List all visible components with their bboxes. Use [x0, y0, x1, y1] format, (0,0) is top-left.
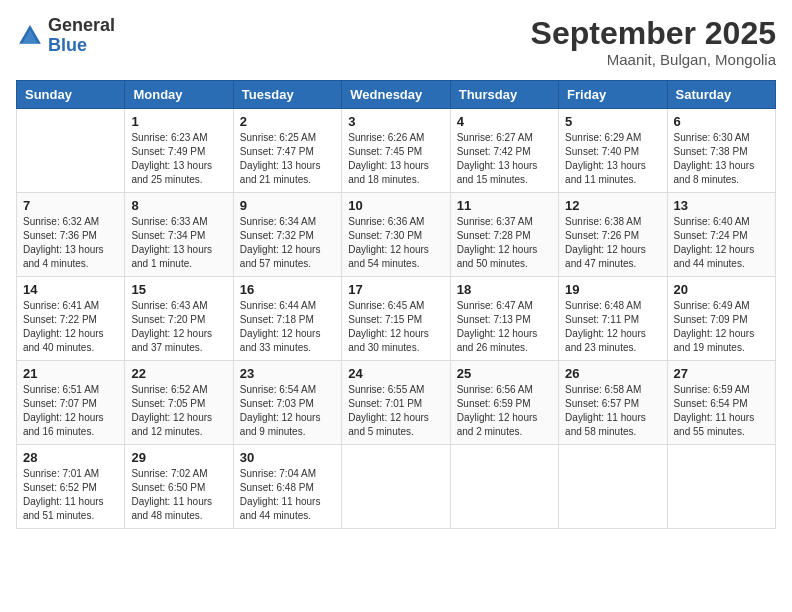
- calendar-cell: 26Sunrise: 6:58 AM Sunset: 6:57 PM Dayli…: [559, 361, 667, 445]
- day-info: Sunrise: 6:44 AM Sunset: 7:18 PM Dayligh…: [240, 299, 335, 355]
- calendar-cell: [667, 445, 775, 529]
- day-number: 29: [131, 450, 226, 465]
- calendar-cell: [342, 445, 450, 529]
- location-subtitle: Maanit, Bulgan, Mongolia: [531, 51, 776, 68]
- day-number: 17: [348, 282, 443, 297]
- weekday-header-sunday: Sunday: [17, 81, 125, 109]
- day-number: 20: [674, 282, 769, 297]
- calendar-cell: 7Sunrise: 6:32 AM Sunset: 7:36 PM Daylig…: [17, 193, 125, 277]
- day-number: 2: [240, 114, 335, 129]
- weekday-header-monday: Monday: [125, 81, 233, 109]
- day-number: 11: [457, 198, 552, 213]
- logo-general-text: General: [48, 15, 115, 35]
- calendar-cell: 20Sunrise: 6:49 AM Sunset: 7:09 PM Dayli…: [667, 277, 775, 361]
- day-info: Sunrise: 6:34 AM Sunset: 7:32 PM Dayligh…: [240, 215, 335, 271]
- day-info: Sunrise: 6:58 AM Sunset: 6:57 PM Dayligh…: [565, 383, 660, 439]
- day-number: 13: [674, 198, 769, 213]
- day-number: 22: [131, 366, 226, 381]
- day-info: Sunrise: 6:59 AM Sunset: 6:54 PM Dayligh…: [674, 383, 769, 439]
- day-number: 1: [131, 114, 226, 129]
- day-info: Sunrise: 6:55 AM Sunset: 7:01 PM Dayligh…: [348, 383, 443, 439]
- day-info: Sunrise: 6:43 AM Sunset: 7:20 PM Dayligh…: [131, 299, 226, 355]
- weekday-header-saturday: Saturday: [667, 81, 775, 109]
- logo-icon: [16, 22, 44, 50]
- calendar-cell: 2Sunrise: 6:25 AM Sunset: 7:47 PM Daylig…: [233, 109, 341, 193]
- day-number: 4: [457, 114, 552, 129]
- logo-blue-text: Blue: [48, 35, 87, 55]
- day-number: 21: [23, 366, 118, 381]
- day-number: 8: [131, 198, 226, 213]
- weekday-header-wednesday: Wednesday: [342, 81, 450, 109]
- page-header: General Blue September 2025 Maanit, Bulg…: [16, 16, 776, 68]
- day-number: 9: [240, 198, 335, 213]
- day-number: 30: [240, 450, 335, 465]
- day-info: Sunrise: 6:25 AM Sunset: 7:47 PM Dayligh…: [240, 131, 335, 187]
- day-info: Sunrise: 6:47 AM Sunset: 7:13 PM Dayligh…: [457, 299, 552, 355]
- day-number: 18: [457, 282, 552, 297]
- calendar-cell: 28Sunrise: 7:01 AM Sunset: 6:52 PM Dayli…: [17, 445, 125, 529]
- day-info: Sunrise: 6:30 AM Sunset: 7:38 PM Dayligh…: [674, 131, 769, 187]
- day-info: Sunrise: 7:04 AM Sunset: 6:48 PM Dayligh…: [240, 467, 335, 523]
- calendar-cell: 30Sunrise: 7:04 AM Sunset: 6:48 PM Dayli…: [233, 445, 341, 529]
- calendar-cell: 14Sunrise: 6:41 AM Sunset: 7:22 PM Dayli…: [17, 277, 125, 361]
- calendar-cell: [559, 445, 667, 529]
- calendar-cell: 5Sunrise: 6:29 AM Sunset: 7:40 PM Daylig…: [559, 109, 667, 193]
- day-info: Sunrise: 6:36 AM Sunset: 7:30 PM Dayligh…: [348, 215, 443, 271]
- day-number: 7: [23, 198, 118, 213]
- day-number: 25: [457, 366, 552, 381]
- calendar-cell: 22Sunrise: 6:52 AM Sunset: 7:05 PM Dayli…: [125, 361, 233, 445]
- calendar-cell: 12Sunrise: 6:38 AM Sunset: 7:26 PM Dayli…: [559, 193, 667, 277]
- day-info: Sunrise: 7:01 AM Sunset: 6:52 PM Dayligh…: [23, 467, 118, 523]
- calendar-week-row: 14Sunrise: 6:41 AM Sunset: 7:22 PM Dayli…: [17, 277, 776, 361]
- calendar-cell: 9Sunrise: 6:34 AM Sunset: 7:32 PM Daylig…: [233, 193, 341, 277]
- logo-text: General Blue: [48, 16, 115, 56]
- day-number: 16: [240, 282, 335, 297]
- day-info: Sunrise: 6:48 AM Sunset: 7:11 PM Dayligh…: [565, 299, 660, 355]
- day-number: 19: [565, 282, 660, 297]
- day-number: 14: [23, 282, 118, 297]
- calendar-week-row: 1Sunrise: 6:23 AM Sunset: 7:49 PM Daylig…: [17, 109, 776, 193]
- calendar-cell: 4Sunrise: 6:27 AM Sunset: 7:42 PM Daylig…: [450, 109, 558, 193]
- day-number: 23: [240, 366, 335, 381]
- calendar-cell: 6Sunrise: 6:30 AM Sunset: 7:38 PM Daylig…: [667, 109, 775, 193]
- calendar-cell: 13Sunrise: 6:40 AM Sunset: 7:24 PM Dayli…: [667, 193, 775, 277]
- day-info: Sunrise: 6:32 AM Sunset: 7:36 PM Dayligh…: [23, 215, 118, 271]
- calendar-week-row: 28Sunrise: 7:01 AM Sunset: 6:52 PM Dayli…: [17, 445, 776, 529]
- day-number: 6: [674, 114, 769, 129]
- calendar-cell: 11Sunrise: 6:37 AM Sunset: 7:28 PM Dayli…: [450, 193, 558, 277]
- day-info: Sunrise: 6:33 AM Sunset: 7:34 PM Dayligh…: [131, 215, 226, 271]
- calendar-cell: 17Sunrise: 6:45 AM Sunset: 7:15 PM Dayli…: [342, 277, 450, 361]
- day-number: 12: [565, 198, 660, 213]
- day-info: Sunrise: 6:54 AM Sunset: 7:03 PM Dayligh…: [240, 383, 335, 439]
- day-info: Sunrise: 6:45 AM Sunset: 7:15 PM Dayligh…: [348, 299, 443, 355]
- day-info: Sunrise: 6:27 AM Sunset: 7:42 PM Dayligh…: [457, 131, 552, 187]
- calendar-cell: 15Sunrise: 6:43 AM Sunset: 7:20 PM Dayli…: [125, 277, 233, 361]
- calendar-week-row: 21Sunrise: 6:51 AM Sunset: 7:07 PM Dayli…: [17, 361, 776, 445]
- day-info: Sunrise: 6:41 AM Sunset: 7:22 PM Dayligh…: [23, 299, 118, 355]
- calendar-cell: 19Sunrise: 6:48 AM Sunset: 7:11 PM Dayli…: [559, 277, 667, 361]
- day-info: Sunrise: 6:52 AM Sunset: 7:05 PM Dayligh…: [131, 383, 226, 439]
- day-number: 10: [348, 198, 443, 213]
- day-info: Sunrise: 6:40 AM Sunset: 7:24 PM Dayligh…: [674, 215, 769, 271]
- weekday-header-friday: Friday: [559, 81, 667, 109]
- calendar-cell: 27Sunrise: 6:59 AM Sunset: 6:54 PM Dayli…: [667, 361, 775, 445]
- month-title: September 2025: [531, 16, 776, 51]
- calendar-cell: 1Sunrise: 6:23 AM Sunset: 7:49 PM Daylig…: [125, 109, 233, 193]
- day-number: 26: [565, 366, 660, 381]
- calendar-cell: 25Sunrise: 6:56 AM Sunset: 6:59 PM Dayli…: [450, 361, 558, 445]
- calendar-cell: 3Sunrise: 6:26 AM Sunset: 7:45 PM Daylig…: [342, 109, 450, 193]
- day-info: Sunrise: 6:49 AM Sunset: 7:09 PM Dayligh…: [674, 299, 769, 355]
- day-info: Sunrise: 6:38 AM Sunset: 7:26 PM Dayligh…: [565, 215, 660, 271]
- day-info: Sunrise: 6:56 AM Sunset: 6:59 PM Dayligh…: [457, 383, 552, 439]
- calendar-cell: 8Sunrise: 6:33 AM Sunset: 7:34 PM Daylig…: [125, 193, 233, 277]
- calendar-header-row: SundayMondayTuesdayWednesdayThursdayFrid…: [17, 81, 776, 109]
- calendar-cell: [17, 109, 125, 193]
- day-number: 5: [565, 114, 660, 129]
- calendar-cell: 16Sunrise: 6:44 AM Sunset: 7:18 PM Dayli…: [233, 277, 341, 361]
- day-number: 3: [348, 114, 443, 129]
- calendar-cell: [450, 445, 558, 529]
- day-info: Sunrise: 6:26 AM Sunset: 7:45 PM Dayligh…: [348, 131, 443, 187]
- calendar-week-row: 7Sunrise: 6:32 AM Sunset: 7:36 PM Daylig…: [17, 193, 776, 277]
- day-info: Sunrise: 6:23 AM Sunset: 7:49 PM Dayligh…: [131, 131, 226, 187]
- day-info: Sunrise: 6:51 AM Sunset: 7:07 PM Dayligh…: [23, 383, 118, 439]
